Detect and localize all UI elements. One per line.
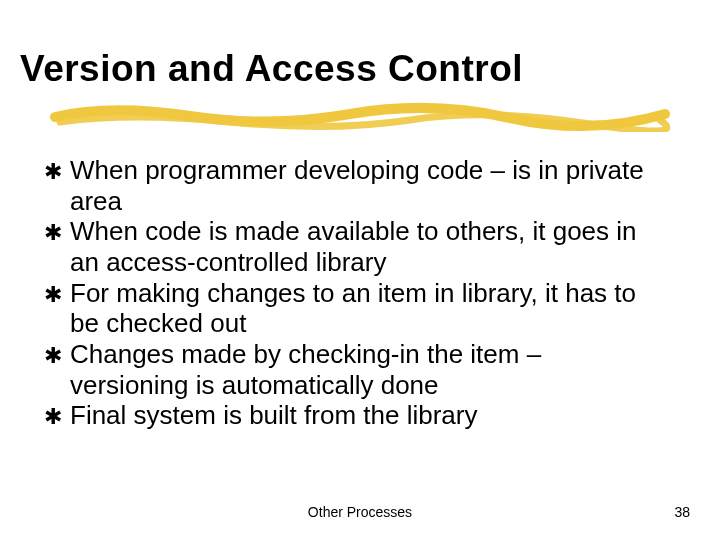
bullet-text: For making changes to an item in library… [70, 278, 664, 339]
bullet-marker-icon: ✱ [44, 404, 62, 430]
bullet-text: Final system is built from the library [70, 400, 477, 431]
title-underline [50, 102, 670, 132]
bullet-item: ✱ When programmer developing code – is i… [44, 155, 664, 216]
bullet-text: Changes made by checking-in the item – v… [70, 339, 664, 400]
bullet-marker-icon: ✱ [44, 282, 62, 308]
bullet-marker-icon: ✱ [44, 159, 62, 185]
slide: Version and Access Control ✱ When progra… [0, 0, 720, 540]
bullet-marker-icon: ✱ [44, 220, 62, 246]
bullet-item: ✱ Final system is built from the library [44, 400, 664, 431]
bullet-item: ✱ Changes made by checking-in the item –… [44, 339, 664, 400]
slide-number: 38 [674, 504, 690, 520]
bullet-marker-icon: ✱ [44, 343, 62, 369]
bullet-text: When code is made available to others, i… [70, 216, 664, 277]
bullet-list: ✱ When programmer developing code – is i… [44, 155, 664, 431]
bullet-item: ✱ When code is made available to others,… [44, 216, 664, 277]
bullet-item: ✱ For making changes to an item in libra… [44, 278, 664, 339]
slide-title: Version and Access Control [20, 48, 523, 90]
footer-label: Other Processes [0, 504, 720, 520]
bullet-text: When programmer developing code – is in … [70, 155, 664, 216]
